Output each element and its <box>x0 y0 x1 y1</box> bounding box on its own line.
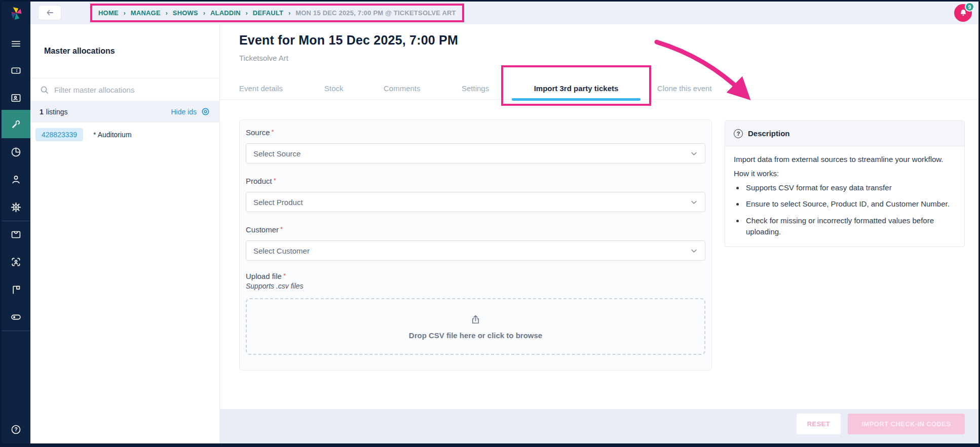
ticketsolve-logo-icon <box>2 4 30 24</box>
required-marker: * <box>272 128 274 136</box>
tabs-row: Event details Stock Comments Settings Im… <box>220 79 978 100</box>
upload-icon <box>469 314 482 327</box>
allocation-list-item[interactable]: 428823339 * Auditorium <box>30 123 219 147</box>
tab-settings[interactable]: Settings <box>462 79 489 100</box>
page-subtitle: Ticketsolve Art <box>239 54 288 62</box>
chevron-down-icon <box>690 150 698 157</box>
breadcrumb-aladdin[interactable]: ALADDIN <box>210 9 241 17</box>
question-circle-icon: ? <box>734 129 743 138</box>
source-label: Source* <box>246 128 274 137</box>
customer-select[interactable]: Select Customer <box>246 240 705 261</box>
toggle-icon[interactable] <box>2 305 30 329</box>
inbox-icon[interactable] <box>2 222 30 247</box>
chevron-down-icon <box>690 247 698 255</box>
search-icon <box>40 85 49 95</box>
customer-label: Customer* <box>246 225 283 234</box>
breadcrumb-default[interactable]: DEFAULT <box>253 9 283 17</box>
allocation-name: * Auditorium <box>93 131 131 139</box>
breadcrumb-annotation-box: HOME › MANAGE › SHOWS › ALADDIN › DEFAUL… <box>90 4 464 22</box>
dropzone-text: Drop CSV file here or click to browse <box>409 331 542 340</box>
sidebar-divider <box>2 221 30 221</box>
eye-icon <box>201 107 210 116</box>
description-header: ? Description <box>725 121 964 146</box>
tickets-icon[interactable] <box>2 58 30 83</box>
description-bullet: Ensure to select Source, Product ID, and… <box>744 198 956 210</box>
tab-stock[interactable]: Stock <box>324 79 344 100</box>
description-bullets: Supports CSV format for easy data transf… <box>744 182 956 237</box>
sidebar: ? <box>2 2 30 443</box>
help-icon[interactable]: ? <box>2 417 30 441</box>
tab-clone-this-event[interactable]: Clone this event <box>657 79 712 100</box>
page-title: Event for Mon 15 Dec 2025, 7:00 PM <box>239 33 458 48</box>
import-form-card: Source* Select Source Product* Select Pr… <box>239 119 712 371</box>
panel-title: Master allocations <box>44 47 115 56</box>
listings-count-label: listings <box>46 108 68 116</box>
active-tab-underline <box>512 98 640 101</box>
import-check-in-codes-button[interactable]: IMPORT CHECK-IN CODES <box>848 414 965 434</box>
customers-icon[interactable] <box>2 167 30 191</box>
breadcrumb-home[interactable]: HOME <box>98 9 119 17</box>
hide-ids-link[interactable]: Hide ids <box>171 107 210 116</box>
breadcrumb-manage[interactable]: MANAGE <box>131 9 161 17</box>
reports-icon[interactable] <box>2 140 30 164</box>
product-select[interactable]: Select Product <box>246 192 705 212</box>
listings-count-row: 1 listings Hide ids <box>30 101 219 123</box>
tab-import-3rd-party-tickets[interactable]: Import 3rd party tickets <box>528 79 624 100</box>
top-header: HOME › MANAGE › SHOWS › ALADDIN › DEFAUL… <box>30 2 978 24</box>
reset-button[interactable]: RESET <box>797 414 841 434</box>
app-window: ? HOME › MANAGE › SHOWS › ALADDIN › DEFA… <box>0 0 980 447</box>
notification-badge: 9 <box>965 2 974 12</box>
required-marker: * <box>280 225 283 233</box>
breadcrumb-separator: › <box>203 10 205 17</box>
main-content: Event for Mon 15 Dec 2025, 7:00 PM Ticke… <box>220 24 978 443</box>
allocation-id-pill[interactable]: 428823339 <box>35 128 83 141</box>
product-label: Product* <box>246 177 276 185</box>
footer-action-bar: RESET IMPORT CHECK-IN CODES <box>220 409 978 443</box>
listings-count: 1 <box>40 108 44 116</box>
description-panel: ? Description Import data from external … <box>725 120 965 247</box>
filter-row <box>30 78 219 101</box>
tab-comments[interactable]: Comments <box>384 79 421 100</box>
notifications-avatar[interactable]: 9 <box>954 4 972 22</box>
breadcrumb-separator: › <box>124 10 126 17</box>
required-marker: * <box>283 272 286 279</box>
csv-dropzone[interactable]: Drop CSV file here or click to browse <box>246 298 705 355</box>
breadcrumb-separator: › <box>166 10 168 17</box>
tab-event-details[interactable]: Event details <box>239 79 283 100</box>
description-bullet: Supports CSV format for easy data transf… <box>744 182 956 193</box>
sidebar-divider <box>2 331 30 331</box>
menu-icon[interactable] <box>2 31 30 56</box>
breadcrumb-current-event: MON 15 DEC 2025, 7:00 PM @ TICKETSOLVE A… <box>295 9 456 17</box>
contact-card-icon[interactable] <box>2 86 30 110</box>
description-how-it-works: How it works: <box>734 168 956 179</box>
description-body: Import data from external sources to str… <box>725 146 964 247</box>
description-intro: Import data from external sources to str… <box>734 154 956 165</box>
check-in-scan-icon[interactable] <box>2 250 30 274</box>
breadcrumb-shows[interactable]: SHOWS <box>173 9 198 17</box>
chevron-down-icon <box>690 198 698 206</box>
breadcrumb-separator: › <box>246 10 248 17</box>
description-title: Description <box>748 129 790 138</box>
boards-icon[interactable] <box>2 277 30 302</box>
filter-master-allocations-input[interactable] <box>54 86 210 94</box>
description-bullet: Check for missing or incorrectly formatt… <box>744 215 956 237</box>
master-allocations-panel: Master allocations 1 listings Hide ids 4… <box>30 24 220 443</box>
back-button[interactable] <box>38 5 61 20</box>
svg-text:?: ? <box>14 427 17 432</box>
breadcrumb-separator: › <box>288 10 290 17</box>
upload-hint: Supports .csv files <box>246 282 304 290</box>
upload-file-label: Upload file* <box>246 272 286 280</box>
tools-icon[interactable] <box>2 110 30 138</box>
settings-icon[interactable] <box>2 195 30 219</box>
required-marker: * <box>274 177 276 184</box>
source-select[interactable]: Select Source <box>246 143 705 164</box>
